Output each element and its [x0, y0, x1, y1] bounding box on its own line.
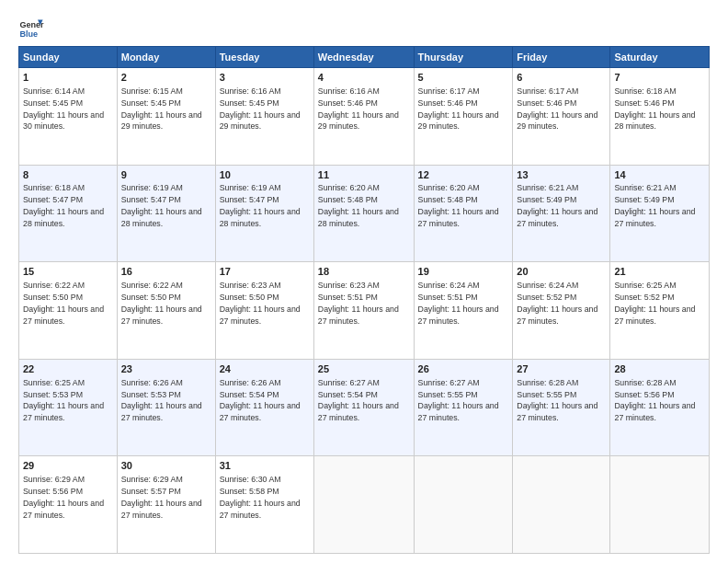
day-number: 26	[418, 362, 509, 376]
calendar-day-cell: 11Sunrise: 6:20 AMSunset: 5:48 PMDayligh…	[313, 165, 414, 262]
day-number: 23	[121, 362, 211, 376]
day-number: 29	[23, 459, 113, 473]
calendar-day-cell: 5Sunrise: 6:17 AMSunset: 5:46 PMDaylight…	[414, 68, 513, 166]
calendar-day-cell: 19Sunrise: 6:24 AMSunset: 5:51 PMDayligh…	[414, 262, 513, 360]
calendar-day-cell: 24Sunrise: 6:26 AMSunset: 5:54 PMDayligh…	[215, 359, 313, 456]
calendar-day-cell: 7Sunrise: 6:18 AMSunset: 5:46 PMDaylight…	[610, 68, 710, 166]
calendar-day-cell: 27Sunrise: 6:28 AMSunset: 5:55 PMDayligh…	[513, 359, 610, 456]
day-info: Sunrise: 6:17 AMSunset: 5:46 PMDaylight:…	[418, 86, 499, 132]
day-number: 31	[220, 459, 310, 473]
calendar-day-cell	[610, 456, 710, 554]
day-info: Sunrise: 6:27 AMSunset: 5:55 PMDaylight:…	[418, 378, 499, 423]
calendar-day-cell: 1Sunrise: 6:14 AMSunset: 5:45 PMDaylight…	[19, 68, 118, 166]
calendar-day-cell: 16Sunrise: 6:22 AMSunset: 5:50 PMDayligh…	[117, 262, 215, 360]
calendar-day-cell: 25Sunrise: 6:27 AMSunset: 5:54 PMDayligh…	[313, 359, 414, 456]
day-info: Sunrise: 6:24 AMSunset: 5:51 PMDaylight:…	[418, 281, 499, 326]
day-header-tuesday: Tuesday	[215, 47, 313, 68]
day-number: 28	[614, 362, 705, 376]
logo: General Blue	[18, 15, 44, 40]
calendar-day-cell: 26Sunrise: 6:27 AMSunset: 5:55 PMDayligh…	[414, 359, 513, 456]
day-number: 1	[23, 71, 113, 85]
calendar-week-row: 29Sunrise: 6:29 AMSunset: 5:56 PMDayligh…	[19, 456, 710, 554]
day-number: 12	[418, 168, 509, 182]
day-number: 14	[614, 168, 705, 182]
day-info: Sunrise: 6:24 AMSunset: 5:52 PMDaylight:…	[517, 281, 597, 326]
day-info: Sunrise: 6:19 AMSunset: 5:47 PMDaylight:…	[220, 183, 301, 228]
day-number: 8	[23, 168, 113, 182]
day-header-thursday: Thursday	[414, 47, 513, 68]
calendar-day-cell: 21Sunrise: 6:25 AMSunset: 5:52 PMDayligh…	[610, 262, 710, 360]
day-info: Sunrise: 6:30 AMSunset: 5:58 PMDaylight:…	[220, 475, 301, 520]
calendar-day-cell: 18Sunrise: 6:23 AMSunset: 5:51 PMDayligh…	[313, 262, 414, 360]
calendar-table: SundayMondayTuesdayWednesdayThursdayFrid…	[18, 46, 710, 554]
calendar-day-cell: 10Sunrise: 6:19 AMSunset: 5:47 PMDayligh…	[215, 165, 313, 262]
day-number: 11	[318, 168, 410, 182]
calendar-day-cell: 30Sunrise: 6:29 AMSunset: 5:57 PMDayligh…	[117, 456, 215, 554]
calendar-day-cell: 31Sunrise: 6:30 AMSunset: 5:58 PMDayligh…	[215, 456, 313, 554]
day-info: Sunrise: 6:29 AMSunset: 5:56 PMDaylight:…	[23, 475, 104, 520]
day-header-monday: Monday	[117, 47, 215, 68]
day-number: 27	[517, 362, 606, 376]
day-number: 7	[614, 71, 705, 85]
calendar-page: General Blue SundayMondayTuesdayWednesda…	[0, 0, 728, 563]
day-header-sunday: Sunday	[19, 47, 118, 68]
day-info: Sunrise: 6:22 AMSunset: 5:50 PMDaylight:…	[23, 281, 104, 326]
calendar-week-row: 1Sunrise: 6:14 AMSunset: 5:45 PMDaylight…	[19, 68, 710, 166]
calendar-day-cell: 6Sunrise: 6:17 AMSunset: 5:46 PMDaylight…	[513, 68, 610, 166]
day-header-friday: Friday	[513, 47, 610, 68]
day-info: Sunrise: 6:26 AMSunset: 5:54 PMDaylight:…	[220, 378, 301, 423]
calendar-day-cell: 20Sunrise: 6:24 AMSunset: 5:52 PMDayligh…	[513, 262, 610, 360]
calendar-day-cell: 3Sunrise: 6:16 AMSunset: 5:45 PMDaylight…	[215, 68, 313, 166]
day-info: Sunrise: 6:26 AMSunset: 5:53 PMDaylight:…	[121, 378, 202, 423]
day-info: Sunrise: 6:27 AMSunset: 5:54 PMDaylight:…	[318, 378, 399, 423]
day-info: Sunrise: 6:22 AMSunset: 5:50 PMDaylight:…	[121, 281, 202, 326]
calendar-day-cell: 4Sunrise: 6:16 AMSunset: 5:46 PMDaylight…	[313, 68, 414, 166]
calendar-day-cell: 2Sunrise: 6:15 AMSunset: 5:45 PMDaylight…	[117, 68, 215, 166]
calendar-day-cell: 13Sunrise: 6:21 AMSunset: 5:49 PMDayligh…	[513, 165, 610, 262]
day-info: Sunrise: 6:23 AMSunset: 5:51 PMDaylight:…	[318, 281, 399, 326]
day-number: 6	[517, 71, 606, 85]
day-info: Sunrise: 6:15 AMSunset: 5:45 PMDaylight:…	[121, 86, 202, 132]
day-info: Sunrise: 6:21 AMSunset: 5:49 PMDaylight:…	[517, 183, 597, 228]
day-number: 13	[517, 168, 606, 182]
calendar-day-cell	[414, 456, 513, 554]
day-header-saturday: Saturday	[610, 47, 710, 68]
day-info: Sunrise: 6:28 AMSunset: 5:55 PMDaylight:…	[517, 378, 597, 423]
day-info: Sunrise: 6:18 AMSunset: 5:46 PMDaylight:…	[614, 86, 695, 132]
day-number: 25	[318, 362, 410, 376]
calendar-week-row: 15Sunrise: 6:22 AMSunset: 5:50 PMDayligh…	[19, 262, 710, 360]
day-number: 24	[220, 362, 310, 376]
calendar-day-cell: 14Sunrise: 6:21 AMSunset: 5:49 PMDayligh…	[610, 165, 710, 262]
day-info: Sunrise: 6:16 AMSunset: 5:45 PMDaylight:…	[220, 86, 301, 132]
day-number: 3	[220, 71, 310, 85]
calendar-day-cell: 29Sunrise: 6:29 AMSunset: 5:56 PMDayligh…	[19, 456, 118, 554]
day-number: 4	[318, 71, 410, 85]
day-number: 21	[614, 265, 705, 279]
day-number: 22	[23, 362, 113, 376]
day-header-wednesday: Wednesday	[313, 47, 414, 68]
day-number: 15	[23, 265, 113, 279]
calendar-day-cell: 8Sunrise: 6:18 AMSunset: 5:47 PMDaylight…	[19, 165, 118, 262]
calendar-day-cell	[313, 456, 414, 554]
day-info: Sunrise: 6:17 AMSunset: 5:46 PMDaylight:…	[517, 86, 597, 132]
day-number: 10	[220, 168, 310, 182]
day-info: Sunrise: 6:25 AMSunset: 5:52 PMDaylight:…	[614, 281, 695, 326]
day-info: Sunrise: 6:16 AMSunset: 5:46 PMDaylight:…	[318, 86, 399, 132]
calendar-day-cell: 22Sunrise: 6:25 AMSunset: 5:53 PMDayligh…	[19, 359, 118, 456]
day-number: 2	[121, 71, 211, 85]
day-info: Sunrise: 6:21 AMSunset: 5:49 PMDaylight:…	[614, 183, 695, 228]
day-info: Sunrise: 6:23 AMSunset: 5:50 PMDaylight:…	[220, 281, 301, 326]
day-info: Sunrise: 6:29 AMSunset: 5:57 PMDaylight:…	[121, 475, 202, 520]
day-info: Sunrise: 6:19 AMSunset: 5:47 PMDaylight:…	[121, 183, 202, 228]
day-info: Sunrise: 6:18 AMSunset: 5:47 PMDaylight:…	[23, 183, 104, 228]
page-header: General Blue	[18, 15, 710, 40]
day-number: 16	[121, 265, 211, 279]
day-number: 17	[220, 265, 310, 279]
day-number: 18	[318, 265, 410, 279]
day-number: 30	[121, 459, 211, 473]
day-number: 20	[517, 265, 606, 279]
day-info: Sunrise: 6:20 AMSunset: 5:48 PMDaylight:…	[318, 183, 399, 228]
calendar-week-row: 8Sunrise: 6:18 AMSunset: 5:47 PMDaylight…	[19, 165, 710, 262]
calendar-day-cell: 23Sunrise: 6:26 AMSunset: 5:53 PMDayligh…	[117, 359, 215, 456]
logo-icon: General Blue	[18, 15, 44, 40]
